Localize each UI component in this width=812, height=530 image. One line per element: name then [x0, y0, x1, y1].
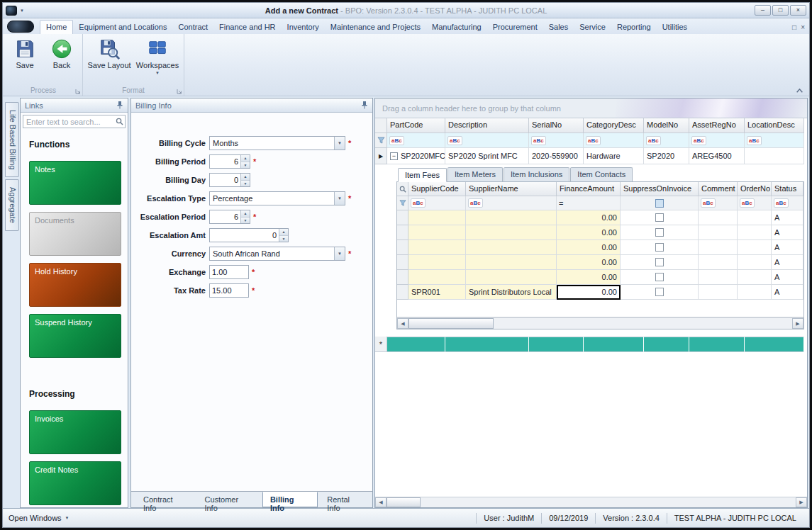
abc-filter-type-icon[interactable]: aBc — [691, 136, 706, 145]
cell-comment[interactable] — [699, 255, 738, 270]
cell-categorydesc[interactable]: Hardware — [584, 148, 644, 164]
detail-horizontal-scrollbar[interactable]: ◀ ▶ — [397, 317, 803, 329]
checkbox-unchecked[interactable] — [655, 243, 664, 252]
cell-orderno[interactable] — [738, 285, 772, 300]
cell-status[interactable]: A — [772, 225, 803, 240]
column-header-suppliername[interactable]: SupplierName — [466, 182, 557, 196]
cell-status[interactable]: A — [772, 270, 803, 285]
scroll-left-button[interactable]: ◀ — [397, 318, 408, 329]
close-button[interactable]: × — [790, 5, 806, 16]
scroll-right-button[interactable]: ▶ — [792, 318, 803, 329]
abc-filter-type-icon[interactable]: aBc — [701, 198, 716, 208]
cell-comment[interactable] — [699, 240, 738, 255]
spin-down-icon[interactable]: ▼ — [241, 218, 250, 224]
tab-maintenance-and-projects[interactable]: Maintenance and Projects — [325, 21, 426, 34]
cell-suppliername[interactable]: Sprint Distributors Local — [466, 285, 557, 300]
exchange-field[interactable] — [209, 265, 249, 279]
cell-status[interactable]: A — [772, 255, 803, 270]
checkbox-unchecked[interactable] — [655, 288, 664, 296]
column-header-comment[interactable]: Comment — [699, 182, 738, 196]
tab-utilities[interactable]: Utilities — [657, 21, 693, 34]
abc-filter-type-icon[interactable]: aBc — [447, 136, 462, 145]
cell-financeamount[interactable]: 0.00 — [557, 270, 621, 285]
filter-cell-locationdesc[interactable]: aBc — [745, 133, 804, 148]
filter-cell-suppliername[interactable]: aBc — [466, 196, 557, 210]
column-header-financeamount[interactable]: FinanceAmount — [557, 182, 621, 196]
maximize-button[interactable]: □ — [772, 5, 789, 16]
cell-comment[interactable] — [699, 285, 738, 300]
billing-day-stepper[interactable]: 0 ▲▼ — [209, 173, 250, 187]
filter-cell-comment[interactable]: aBc — [699, 196, 738, 210]
checkbox-unchecked[interactable] — [655, 213, 664, 222]
tab-procurement[interactable]: Procurement — [487, 21, 543, 34]
cell-orderno[interactable] — [738, 240, 772, 255]
tab-contract[interactable]: Contract — [173, 21, 214, 34]
column-header-description[interactable]: Description — [445, 118, 529, 133]
scroll-track[interactable] — [408, 318, 792, 329]
credit-notes-button[interactable]: Credit Notes — [29, 461, 121, 505]
abc-filter-type-icon[interactable]: aBc — [586, 136, 601, 145]
group-by-panel[interactable]: Drag a column header here to group by th… — [375, 98, 807, 118]
billing-cycle-dropdown[interactable]: Months ▼ — [209, 136, 345, 150]
cell-modelno[interactable]: SP2020 — [644, 148, 689, 164]
tab-customer-info[interactable]: Customer Info — [196, 492, 260, 507]
equals-filter-icon[interactable]: = — [559, 199, 563, 208]
documents-button[interactable]: Documents — [29, 212, 121, 256]
filter-row-icon[interactable] — [375, 133, 387, 148]
detail-row[interactable]: 0.00 A — [397, 255, 803, 270]
quick-access-dropdown-icon[interactable]: ▼ — [20, 9, 24, 13]
cell-status[interactable]: A — [772, 240, 803, 255]
column-header-locationdesc[interactable]: LocationDesc — [745, 118, 804, 133]
minimize-button[interactable]: – — [755, 5, 771, 16]
collapse-ribbon-icon[interactable] — [796, 87, 803, 94]
notes-button[interactable]: Notes — [29, 161, 121, 205]
abc-filter-type-icon[interactable]: aBc — [389, 136, 404, 145]
cell-suppliercode[interactable] — [408, 210, 466, 225]
cell-suppressoninvoice[interactable] — [621, 210, 699, 225]
spin-down-icon[interactable]: ▼ — [241, 181, 250, 187]
append-cell-serialno[interactable] — [529, 337, 584, 352]
cell-suppliername[interactable] — [466, 225, 557, 240]
chevron-down-icon[interactable]: ▼ — [334, 137, 345, 150]
abc-filter-type-icon[interactable]: aBc — [646, 136, 661, 145]
column-header-assetregno[interactable]: AssetRegNo — [689, 118, 745, 133]
append-cell-modelno[interactable] — [644, 337, 689, 352]
search-icon[interactable] — [113, 118, 125, 125]
column-header-suppressoninvoice[interactable]: SuppressOnInvoice — [621, 182, 699, 196]
tab-reporting[interactable]: Reporting — [611, 21, 657, 34]
chevron-down-icon[interactable]: ▼ — [334, 247, 345, 260]
cell-status[interactable]: A — [772, 285, 803, 300]
cell-financeamount[interactable]: 0.00 — [557, 240, 621, 255]
cell-suppressoninvoice[interactable] — [621, 255, 699, 270]
filter-cell-financeamount[interactable]: = — [557, 196, 621, 210]
tab-item-fees[interactable]: Item Fees — [398, 168, 447, 182]
append-cell-categorydesc[interactable] — [584, 337, 644, 352]
new-item-row[interactable]: * — [375, 337, 807, 352]
pin-icon[interactable] — [361, 101, 368, 111]
tab-equipment-and-locations[interactable]: Equipment and Locations — [73, 21, 172, 34]
cell-suppliername[interactable] — [466, 255, 557, 270]
save-layout-button[interactable]: Save Layout — [86, 37, 133, 69]
filter-cell-suppliercode[interactable]: aBc — [408, 196, 466, 210]
cell-financeamount[interactable]: 0.00 — [557, 255, 621, 270]
column-header-serialno[interactable]: SerialNo — [529, 118, 584, 133]
filter-cell-description[interactable]: aBc — [445, 133, 529, 148]
spin-up-icon[interactable]: ▲ — [241, 155, 250, 162]
search-input[interactable] — [23, 118, 113, 126]
cell-suppliername[interactable] — [466, 210, 557, 225]
filter-cell-orderno[interactable]: aBc — [738, 196, 772, 210]
cell-financeamount-focused[interactable]: 0.00 — [557, 285, 621, 300]
cell-locationdesc[interactable] — [745, 148, 804, 164]
filter-cell-suppressoninvoice[interactable] — [621, 196, 699, 210]
abc-filter-type-icon[interactable]: aBc — [411, 198, 426, 208]
tab-billing-info[interactable]: Billing Info — [262, 492, 318, 507]
cell-comment[interactable] — [699, 210, 738, 225]
column-header-partcode[interactable]: PartCode — [387, 118, 445, 133]
save-button[interactable]: Save — [7, 37, 43, 69]
detail-row[interactable]: 0.00 A — [397, 210, 803, 225]
column-header-modelno[interactable]: ModelNo — [644, 118, 689, 133]
cell-serialno[interactable]: 2020-559900 — [529, 148, 584, 164]
column-header-suppliercode[interactable]: SupplierCode — [408, 182, 466, 196]
child-close-button[interactable]: × — [801, 23, 805, 32]
pin-icon[interactable] — [116, 101, 123, 111]
